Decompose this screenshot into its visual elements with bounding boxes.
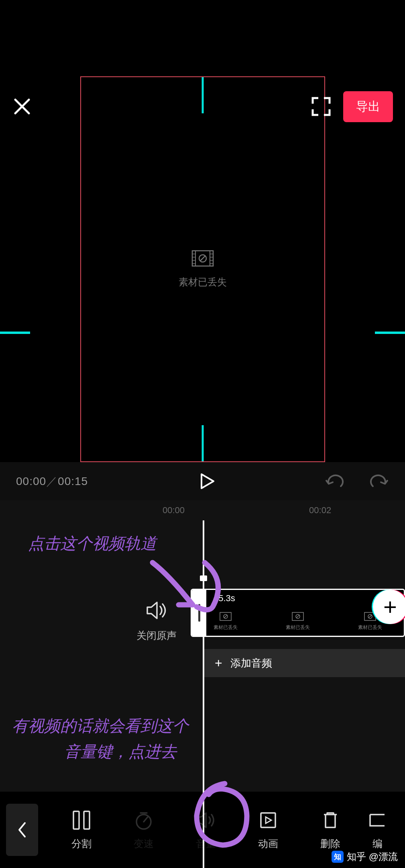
ruler-tick: 00:02 — [309, 505, 331, 516]
trash-icon — [320, 810, 341, 831]
plus-icon: + — [215, 656, 222, 671]
toolbar-back-button[interactable] — [6, 804, 38, 856]
svg-rect-23 — [84, 811, 90, 829]
svg-line-21 — [368, 615, 372, 618]
timecode: 00:00／00:15 — [16, 474, 88, 489]
preview-frame[interactable]: 素材已丢失 — [80, 76, 325, 462]
plus-icon: + — [383, 595, 397, 618]
add-audio-button[interactable]: + 添加音频 — [203, 649, 405, 677]
mute-label: 关闭原声 — [136, 629, 177, 642]
guide-bottom — [201, 425, 204, 461]
status-bar-gap — [0, 0, 405, 52]
annotation-text-2: 有视频的话就会看到这个 音量键，点进去 — [12, 713, 189, 765]
tool-split[interactable]: 分割 — [50, 810, 112, 850]
header-bar: 导出 — [0, 90, 405, 123]
svg-line-18 — [296, 615, 299, 618]
missing-media-placeholder: 素材已丢失 — [179, 250, 227, 289]
annotation-text-1: 点击这个视频轨道 — [28, 532, 157, 555]
ruler-tick: 00:00 — [163, 505, 185, 516]
close-button[interactable] — [12, 96, 32, 117]
missing-label: 素材已丢失 — [179, 276, 227, 289]
split-icon — [71, 810, 92, 831]
tool-speed[interactable]: 变速 — [112, 810, 175, 850]
tool-delete[interactable]: 删除 — [299, 810, 361, 850]
zhihu-watermark: 知 知乎 @漂流 — [332, 850, 398, 863]
clip-thumbnails: 素材已丢失 素材已丢失 素材已丢失 — [214, 612, 382, 631]
add-audio-label: 添加音频 — [230, 656, 272, 670]
export-button[interactable]: 导出 — [343, 91, 393, 122]
edit-icon — [367, 810, 388, 831]
annotation-arrow-1 — [144, 559, 237, 627]
guide-left — [0, 332, 30, 334]
undo-button[interactable] — [325, 473, 345, 489]
play-button[interactable] — [197, 472, 216, 490]
annotation-circle-2 — [187, 778, 255, 854]
add-clip-button[interactable]: + — [373, 590, 405, 624]
timeline-ruler[interactable]: 00:00 00:02 · — [0, 500, 405, 520]
tool-edit[interactable]: 编 — [361, 810, 393, 850]
svg-rect-25 — [261, 813, 275, 827]
zhihu-logo-icon: 知 — [332, 851, 344, 863]
animation-icon — [258, 810, 279, 831]
playback-bar: 00:00／00:15 — [0, 462, 405, 500]
svg-line-12 — [200, 256, 205, 261]
svg-rect-22 — [73, 811, 79, 829]
speed-icon — [133, 810, 154, 831]
guide-right — [375, 332, 405, 334]
fullscreen-icon[interactable] — [311, 96, 331, 117]
redo-button[interactable] — [369, 473, 389, 489]
